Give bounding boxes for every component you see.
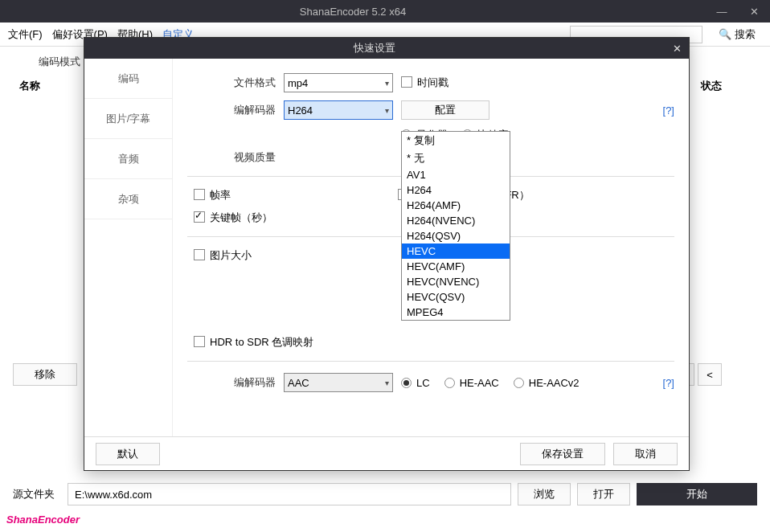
column-name: 名称 bbox=[19, 79, 40, 93]
save-settings-button[interactable]: 保存设置 bbox=[520, 443, 605, 465]
lc-radio[interactable]: LC bbox=[401, 377, 430, 389]
source-folder-label: 源文件夹 bbox=[13, 487, 61, 501]
search-icon: 🔍 bbox=[719, 28, 731, 40]
tab-audio[interactable]: 音频 bbox=[84, 139, 172, 179]
bottom-panel: 源文件夹 浏览 打开 开始 ShanaEncoder bbox=[0, 478, 770, 532]
timestamp-checkbox[interactable]: 时间戳 bbox=[401, 76, 448, 90]
audio-codec-value: AAC bbox=[288, 377, 309, 389]
dialog-footer: 默认 保存设置 取消 bbox=[84, 436, 689, 470]
titlebar: ShanaEncoder 5.2 x64 — ✕ bbox=[0, 0, 770, 23]
close-button[interactable]: ✕ bbox=[738, 6, 770, 18]
tab-encode[interactable]: 编码 bbox=[84, 59, 172, 99]
audio-help-link[interactable]: [?] bbox=[663, 377, 674, 389]
codec-option[interactable]: HEVC(NVENC) bbox=[402, 274, 510, 289]
codec-option[interactable]: * 无 bbox=[402, 149, 510, 167]
remove-button[interactable]: 移除 bbox=[13, 363, 77, 386]
codec-option[interactable]: HEVC(QSV) bbox=[402, 289, 510, 305]
menu-file[interactable]: 文件(F) bbox=[8, 27, 43, 42]
codec-option[interactable]: HEVC bbox=[402, 243, 510, 259]
file-format-label: 文件格式 bbox=[187, 76, 276, 90]
brand-label: ShanaEncoder bbox=[0, 510, 770, 532]
hdr-sdr-checkbox[interactable]: HDR to SDR 色调映射 bbox=[194, 335, 313, 350]
open-button[interactable]: 打开 bbox=[577, 483, 630, 505]
collapse-button[interactable]: < bbox=[698, 363, 722, 386]
video-quality-label: 视频质量 bbox=[187, 150, 276, 165]
codec-option[interactable]: MPEG4 bbox=[402, 305, 510, 320]
dialog-form: 文件格式 mp4 ▾ 时间戳 编解码器 H264 ▾ 配置 [?] bbox=[173, 59, 689, 436]
heaacv2-radio[interactable]: HE-AACv2 bbox=[514, 377, 580, 389]
browse-button[interactable]: 浏览 bbox=[518, 483, 571, 505]
encode-mode-label: 编码模式 bbox=[39, 55, 80, 69]
codec-dropdown-list: * 复制* 无AV1H264H264(AMF)H264(NVENC)H264(Q… bbox=[401, 131, 510, 321]
codec-option[interactable]: H264(AMF) bbox=[402, 198, 510, 213]
dialog-close-button[interactable]: ✕ bbox=[665, 43, 689, 55]
quick-settings-dialog: 快速设置 ✕ 编码 图片/字幕 音频 杂项 文件格式 mp4 ▾ 时间戳 编解码… bbox=[84, 37, 690, 471]
heaac-radio[interactable]: HE-AAC bbox=[444, 377, 499, 389]
file-format-value: mp4 bbox=[288, 77, 308, 89]
picture-size-checkbox[interactable]: 图片大小 bbox=[194, 248, 252, 263]
dialog-titlebar: 快速设置 ✕ bbox=[84, 38, 689, 59]
codec-select[interactable]: H264 ▾ bbox=[284, 100, 393, 120]
audio-codec-label: 编解码器 bbox=[187, 375, 276, 390]
tab-misc[interactable]: 杂项 bbox=[84, 179, 172, 219]
audio-codec-select[interactable]: AAC ▾ bbox=[284, 373, 393, 392]
chevron-down-icon: ▾ bbox=[385, 379, 389, 387]
chevron-down-icon: ▾ bbox=[385, 106, 389, 115]
dialog-tabs: 编码 图片/字幕 音频 杂项 bbox=[84, 59, 173, 436]
codec-option[interactable]: HEVC(AMF) bbox=[402, 259, 510, 274]
codec-option[interactable]: H264 bbox=[402, 182, 510, 198]
column-status: 状态 bbox=[701, 79, 722, 93]
cancel-button[interactable]: 取消 bbox=[613, 443, 678, 465]
codec-option[interactable]: * 复制 bbox=[402, 132, 510, 149]
codec-value: H264 bbox=[288, 104, 313, 117]
dialog-title: 快速设置 bbox=[84, 41, 665, 55]
tab-picture-subtitle[interactable]: 图片/字幕 bbox=[84, 99, 172, 139]
source-folder-input[interactable] bbox=[68, 483, 511, 505]
config-button[interactable]: 配置 bbox=[401, 100, 489, 120]
codec-label: 编解码器 bbox=[187, 103, 276, 117]
help-link[interactable]: [?] bbox=[663, 104, 674, 117]
minimize-button[interactable]: — bbox=[706, 6, 738, 18]
codec-option[interactable]: H264(NVENC) bbox=[402, 213, 510, 228]
codec-option[interactable]: AV1 bbox=[402, 167, 510, 182]
start-button[interactable]: 开始 bbox=[637, 483, 757, 505]
framerate-checkbox[interactable]: 帧率 bbox=[194, 188, 231, 203]
search-label: 搜索 bbox=[735, 27, 756, 42]
keyframe-checkbox[interactable]: 关键帧（秒） bbox=[194, 211, 272, 225]
file-format-select[interactable]: mp4 ▾ bbox=[284, 73, 393, 92]
chevron-down-icon: ▾ bbox=[385, 79, 389, 88]
app-title: ShanaEncoder 5.2 x64 bbox=[0, 6, 706, 18]
codec-option[interactable]: H264(QSV) bbox=[402, 228, 510, 243]
default-button[interactable]: 默认 bbox=[96, 443, 160, 465]
search-button[interactable]: 🔍 搜索 bbox=[712, 26, 762, 43]
